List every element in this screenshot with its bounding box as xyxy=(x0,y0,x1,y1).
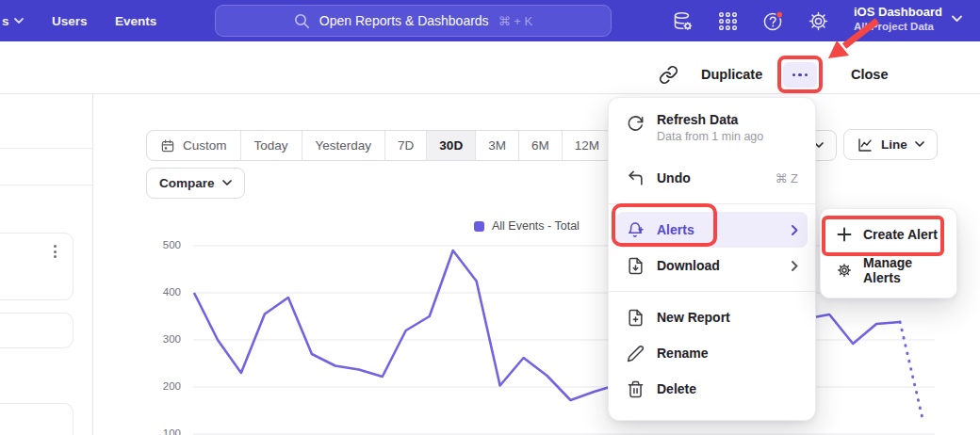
date-range-label: Custom xyxy=(183,138,227,153)
refresh-icon xyxy=(626,114,645,133)
date-range-3m[interactable]: 3M xyxy=(475,131,518,160)
project-name: iOS Dashboard xyxy=(854,5,942,20)
nav-item-events-label: Events xyxy=(115,14,156,28)
menu-item-shortcut: ⌘ Z xyxy=(775,171,798,185)
legend-swatch xyxy=(474,221,484,232)
menu-item-label: New Report xyxy=(657,310,730,325)
sidebar-card[interactable] xyxy=(0,313,74,348)
help-icon[interactable] xyxy=(761,9,785,33)
nav-item-users[interactable]: Users xyxy=(52,0,88,41)
app-header xyxy=(0,41,980,94)
nav-item-truncated[interactable]: s xyxy=(2,0,24,41)
chart-type-button[interactable]: Line xyxy=(843,129,938,160)
legend-label: All Events - Total xyxy=(492,219,580,233)
alerts-submenu: Create Alert Manage Alerts xyxy=(820,208,957,298)
nav-item-users-label: Users xyxy=(52,14,88,28)
top-nav: s Users Events Open Reports & Dashboards… xyxy=(0,0,980,41)
pencil-icon xyxy=(626,344,645,362)
sidebar-card[interactable] xyxy=(0,233,74,300)
line-chart-icon xyxy=(857,137,874,153)
line-series-projected xyxy=(900,322,923,423)
menu-item-alerts[interactable]: Alerts xyxy=(616,212,808,248)
submenu-item-label: Create Alert xyxy=(863,227,938,242)
nav-item-truncated-label: s xyxy=(2,14,9,28)
date-range-control: Custom Today Yesterday 7D 30D 3M 6M 12M xyxy=(146,130,612,161)
menu-item-label: Alerts xyxy=(657,222,694,237)
sidebar xyxy=(0,94,93,435)
date-range-custom[interactable]: Custom xyxy=(147,131,240,160)
date-range-yesterday[interactable]: Yesterday xyxy=(302,131,385,160)
chevron-right-icon xyxy=(792,261,798,271)
date-range-30d[interactable]: 30D xyxy=(426,131,475,160)
search-shortcut: ⌘ + K xyxy=(498,14,533,28)
y-axis-label: 300 xyxy=(149,333,181,345)
chevron-down-icon xyxy=(14,18,24,24)
nav-item-events[interactable]: Events xyxy=(115,0,156,41)
link-icon[interactable] xyxy=(659,65,678,85)
date-range-7d[interactable]: 7D xyxy=(384,131,426,160)
menu-item-label: Delete xyxy=(657,381,696,396)
date-range-12m[interactable]: 12M xyxy=(562,131,612,160)
menu-item-label: Download xyxy=(657,258,720,273)
chevron-down-icon xyxy=(222,180,232,186)
chevron-down-icon xyxy=(952,15,962,23)
y-axis-label: 500 xyxy=(149,239,181,250)
undo-icon xyxy=(626,169,645,187)
menu-item-refresh[interactable]: Refresh Data Data from 1 min ago xyxy=(616,105,808,153)
menu-item-download[interactable]: Download xyxy=(616,248,808,283)
plus-icon xyxy=(836,226,853,243)
bell-plus-icon xyxy=(626,220,645,239)
trash-icon xyxy=(626,379,645,398)
sidebar-divider xyxy=(0,185,92,185)
submenu-item-manage-alerts[interactable]: Manage Alerts xyxy=(828,252,949,288)
more-icon xyxy=(792,73,796,77)
menu-divider xyxy=(609,203,815,204)
search-icon xyxy=(294,13,310,29)
search-bar[interactable]: Open Reports & Dashboards ⌘ + K xyxy=(215,5,612,37)
y-axis-label: 400 xyxy=(149,286,181,298)
chevron-right-icon xyxy=(792,225,798,235)
y-axis-label: 200 xyxy=(149,380,181,392)
project-selector[interactable]: iOS Dashboard All Project Data xyxy=(854,5,962,33)
project-scope: All Project Data xyxy=(854,20,942,33)
compare-label: Compare xyxy=(159,176,215,190)
y-axis-label: 100 xyxy=(149,427,181,435)
search-placeholder: Open Reports & Dashboards xyxy=(319,13,489,28)
apps-grid-icon[interactable] xyxy=(716,9,740,33)
chevron-down-icon xyxy=(915,141,924,148)
chart-type-label: Line xyxy=(881,137,907,152)
duplicate-button[interactable]: Duplicate xyxy=(701,67,762,82)
compare-button[interactable]: Compare xyxy=(146,168,245,199)
submenu-item-label: Manage Alerts xyxy=(863,255,941,285)
gear-icon xyxy=(836,262,853,279)
sidebar-divider xyxy=(0,148,92,149)
menu-item-undo[interactable]: Undo ⌘ Z xyxy=(616,160,808,196)
date-range-6m[interactable]: 6M xyxy=(518,131,562,160)
menu-item-delete[interactable]: Delete xyxy=(616,371,808,407)
menu-item-label: Rename xyxy=(657,346,708,361)
close-button[interactable]: Close xyxy=(851,67,889,82)
file-plus-icon xyxy=(626,308,645,327)
chart-legend[interactable]: All Events - Total xyxy=(474,219,580,233)
settings-icon[interactable] xyxy=(807,9,830,33)
menu-item-new-report[interactable]: New Report xyxy=(616,299,808,335)
more-button[interactable] xyxy=(783,62,817,88)
menu-divider xyxy=(609,291,815,292)
menu-item-sublabel: Data from 1 min ago xyxy=(657,130,763,143)
menu-item-rename[interactable]: Rename xyxy=(616,335,808,371)
notification-dot xyxy=(776,11,783,18)
submenu-item-create-alert[interactable]: Create Alert xyxy=(828,217,949,252)
sidebar-card[interactable] xyxy=(0,403,74,435)
data-management-icon[interactable] xyxy=(671,9,694,33)
kebab-icon[interactable] xyxy=(47,241,62,262)
menu-item-label: Undo xyxy=(657,170,691,185)
calendar-icon xyxy=(160,138,175,153)
download-icon xyxy=(626,256,645,275)
menu-item-label: Refresh Data xyxy=(657,112,738,127)
date-range-today[interactable]: Today xyxy=(240,131,302,160)
context-menu: Refresh Data Data from 1 min ago Undo ⌘ … xyxy=(608,97,816,421)
